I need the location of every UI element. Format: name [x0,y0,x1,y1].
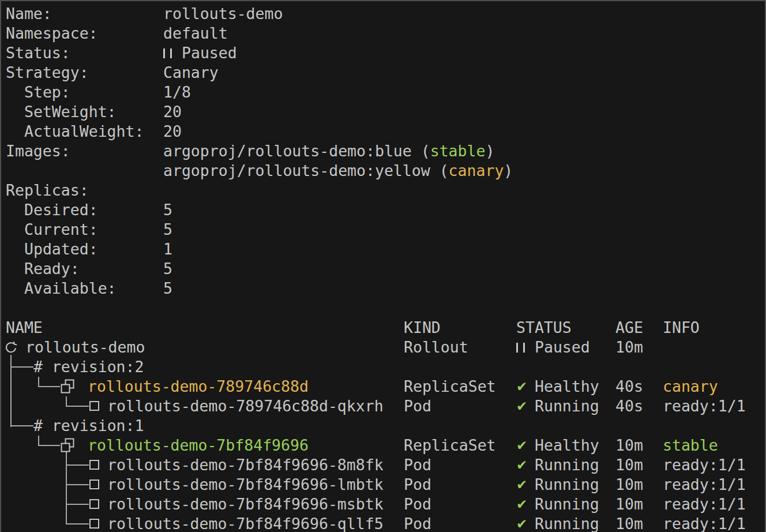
tree-line [66,452,67,524]
field-value: Canary [163,63,219,83]
col-header-age: AGE [615,318,643,338]
blank-line [1,298,765,318]
check-icon: ✔ [516,455,527,475]
field-label: Strategy: [6,63,89,83]
tree-node-revision-1: # revision:1 [33,416,144,436]
status-text: Healthy [535,377,599,396]
tree-line [66,523,89,524]
pod-icon [89,499,99,509]
field-label: Updated: [24,239,98,259]
canary-tag: canary [449,161,504,181]
status-value: Paused [182,43,237,63]
tree-line [66,464,89,466]
check-icon: ✔ [516,494,527,514]
field-label: Namespace: [6,24,98,43]
tree-node-pod: rollouts-demo-7bf84f9696-8m8fk [107,455,384,475]
summary-row-current: Current: 5 [1,220,765,239]
pod-icon [89,401,99,411]
summary-row-image-stable: Images: argoproj/rollouts-demo:blue (sta… [1,141,765,161]
tree-node-pod: rollouts-demo-789746c88d-qkxrh [107,396,384,416]
summary-row-replicas: Replicas: [1,181,765,200]
pod-icon [89,460,99,470]
field-label: Step: [24,83,70,102]
tree-node-pod: rollouts-demo-7bf84f9696-qllf5 [107,514,384,532]
tree-line [38,386,60,387]
check-icon: ✔ [516,396,527,416]
info-stable: stable [663,436,718,455]
tree-line [10,355,12,427]
tree-node-pod: rollouts-demo-7bf84f9696-msbtk [107,494,384,514]
status-text: Running [535,396,599,416]
replicaset-icon [60,379,76,395]
status-text: Running [535,475,599,494]
field-value: 20 [163,122,182,141]
check-icon: ✔ [516,377,527,396]
check-icon: ✔ [516,436,527,455]
col-header-info: INFO [663,318,700,338]
pod-icon [89,519,99,529]
tree-node-pod: rollouts-demo-7bf84f9696-lmbtk [107,475,384,494]
check-icon: ✔ [516,514,527,532]
field-label: SetWeight: [24,102,117,122]
rollout-output: Name: rollouts-demo Namespace: default S… [1,4,765,532]
tree-node-rollout: rollouts-demo [25,338,145,357]
col-header-status: STATUS [516,318,572,338]
tree-line [10,425,33,426]
field-label: Replicas: [6,181,89,200]
summary-row-namespace: Namespace: default [1,24,765,43]
check-icon: ✔ [516,475,527,494]
summary-row-strategy: Strategy: Canary [1,63,765,83]
tree-line [66,484,89,485]
tree-node-replicaset-canary: rollouts-demo-789746c88d [88,377,309,396]
summary-row-step: Step: 1/8 [1,83,765,102]
field-value: 20 [163,102,182,122]
summary-row-setweight: SetWeight: 20 [1,102,765,122]
status-text: Paused [535,338,590,357]
field-label: Available: [24,279,117,298]
field-value: 1 [163,239,172,259]
pause-icon [163,48,172,58]
table-header: NAME KIND STATUS AGE INFO [1,318,765,338]
field-value: 1/8 [163,83,191,102]
info-canary: canary [663,377,718,396]
field-label: Current: [24,220,98,239]
image-name: argoproj/rollouts-demo:blue [163,141,412,161]
tree-node-replicaset-stable: rollouts-demo-7bf84f9696 [88,436,309,455]
tree-line [66,406,89,407]
field-label: Desired: [24,200,98,220]
pod-icon [89,479,99,489]
summary-row-actualweight: ActualWeight: 20 [1,122,765,141]
image-name: argoproj/rollouts-demo:yellow [163,161,430,181]
tree-line [38,445,60,446]
field-label: Status: [6,43,70,63]
terminal-window[interactable]: Name: rollouts-demo Namespace: default S… [0,0,766,532]
field-value: 5 [163,279,172,298]
summary-row-status: Status: Paused [1,43,765,63]
field-label: Images: [6,141,70,161]
summary-row-updated: Updated: 1 [1,239,765,259]
tree-node-revision-2: # revision:2 [33,357,144,377]
rollout-icon [5,341,17,354]
col-header-name: NAME [6,318,43,338]
status-text: Running [535,514,599,532]
status-text: Healthy [535,436,599,455]
col-header-kind: KIND [404,318,441,338]
summary-row-name: Name: rollouts-demo [1,4,765,24]
status-text: Running [535,455,599,475]
tree-line [10,366,33,368]
tree-line [66,504,89,505]
field-label: Ready: [24,259,80,279]
replicaset-icon [60,438,76,454]
status-text: Running [535,494,599,514]
summary-row-desired: Desired: 5 [1,200,765,220]
resource-tree: rollouts-demo Rollout Paused 10m # revis… [1,338,765,532]
field-value: default [163,24,228,43]
field-value: 5 [163,220,172,239]
field-value: 5 [163,259,172,279]
field-value: 5 [163,200,172,220]
summary-row-available: Available: 5 [1,279,765,298]
field-label: ActualWeight: [24,122,144,141]
pause-icon [516,343,525,353]
stable-tag: stable [430,141,486,161]
field-value: rollouts-demo [163,4,283,24]
